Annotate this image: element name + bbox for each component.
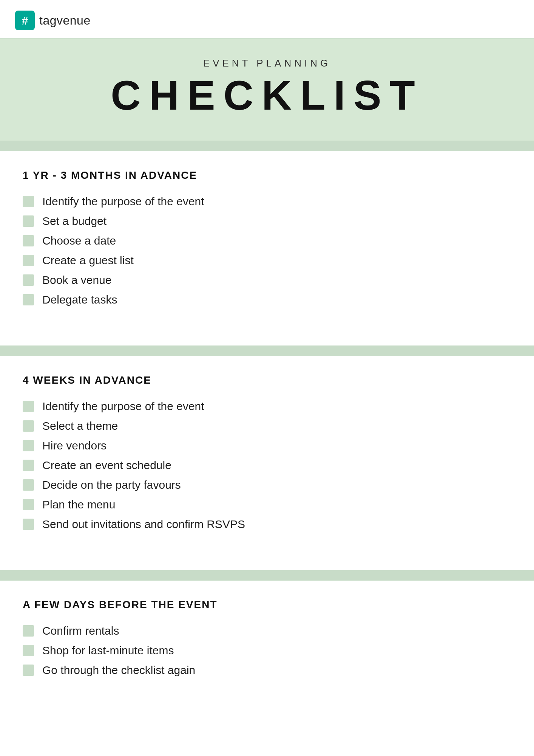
section-1yr-heading: 1 YR - 3 MONTHS IN ADVANCE (23, 169, 511, 181)
checkbox-icon[interactable] (23, 479, 34, 491)
list-item-label: Hire vendors (42, 439, 106, 452)
list-item: Send out invitations and confirm RSVPS (23, 518, 511, 531)
list-item-label: Go through the checklist again (42, 664, 195, 677)
section-1yr-block: 1 YR - 3 MONTHS IN ADVANCE Identify the … (0, 151, 534, 327)
section-1yr-list: Identify the purpose of the event Set a … (23, 195, 511, 306)
checkbox-icon[interactable] (23, 625, 34, 637)
list-item-label: Shop for last-minute items (42, 644, 174, 657)
section-divider-2 (0, 345, 534, 356)
list-item-label: Plan the menu (42, 498, 115, 511)
checkbox-icon[interactable] (23, 274, 34, 286)
list-item-label: Decide on the party favours (42, 479, 181, 491)
hero-section: EVENT PLANNING CHECKLIST (0, 39, 534, 141)
section-fewdays-block: A FEW DAYS BEFORE THE EVENT Confirm rent… (0, 581, 534, 698)
list-item: Identify the purpose of the event (23, 195, 511, 208)
section-gap-1 (0, 327, 534, 345)
section-4weeks-list: Identify the purpose of the event Select… (23, 400, 511, 531)
list-item-label: Send out invitations and confirm RSVPS (42, 518, 245, 531)
list-item: Identify the purpose of the event (23, 400, 511, 413)
checkbox-icon[interactable] (23, 294, 34, 305)
checkbox-icon[interactable] (23, 519, 34, 530)
list-item-label: Create a guest list (42, 254, 134, 267)
list-item-label: Identify the purpose of the event (42, 400, 204, 413)
list-item-label: Identify the purpose of the event (42, 195, 204, 208)
svg-text:#: # (22, 14, 28, 27)
list-item-label: Book a venue (42, 274, 111, 287)
list-item: Plan the menu (23, 498, 511, 511)
list-item-label: Choose a date (42, 234, 116, 247)
checkbox-icon[interactable] (23, 460, 34, 471)
section-fewdays-list: Confirm rentals Shop for last-minute ite… (23, 624, 511, 677)
list-item: Book a venue (23, 274, 511, 287)
checkbox-icon[interactable] (23, 401, 34, 412)
checkbox-icon[interactable] (23, 665, 34, 676)
section-fewdays-heading: A FEW DAYS BEFORE THE EVENT (23, 599, 511, 611)
hero-subtitle: EVENT PLANNING (15, 57, 519, 69)
section-4weeks-heading: 4 WEEKS IN ADVANCE (23, 374, 511, 386)
list-item: Create a guest list (23, 254, 511, 267)
checkbox-icon[interactable] (23, 645, 34, 656)
section-divider-1 (0, 141, 534, 151)
list-item: Choose a date (23, 234, 511, 247)
list-item: Decide on the party favours (23, 479, 511, 491)
tagvenue-logo-icon: # (15, 11, 35, 30)
section-4weeks-block: 4 WEEKS IN ADVANCE Identify the purpose … (0, 356, 534, 552)
checkbox-icon[interactable] (23, 420, 34, 432)
list-item-label: Delegate tasks (42, 293, 117, 306)
list-item-label: Select a theme (42, 420, 118, 432)
list-item-label: Confirm rentals (42, 624, 119, 637)
hero-title: CHECKLIST (15, 72, 519, 118)
checkbox-icon[interactable] (23, 215, 34, 227)
checkbox-icon[interactable] (23, 235, 34, 246)
checkbox-icon[interactable] (23, 196, 34, 207)
checkbox-icon[interactable] (23, 440, 34, 451)
section-gap-2 (0, 552, 534, 570)
checkbox-icon[interactable] (23, 499, 34, 510)
logo-text: tagvenue (39, 14, 91, 28)
list-item-label: Create an event schedule (42, 459, 171, 472)
list-item: Create an event schedule (23, 459, 511, 472)
footer-space (0, 698, 534, 720)
list-item: Hire vendors (23, 439, 511, 452)
list-item: Confirm rentals (23, 624, 511, 637)
checkbox-icon[interactable] (23, 255, 34, 266)
list-item: Delegate tasks (23, 293, 511, 306)
list-item: Set a budget (23, 215, 511, 228)
list-item-label: Set a budget (42, 215, 106, 228)
list-item: Go through the checklist again (23, 664, 511, 677)
section-divider-3 (0, 570, 534, 581)
list-item: Shop for last-minute items (23, 644, 511, 657)
logo-bar: # tagvenue (0, 0, 534, 39)
list-item: Select a theme (23, 420, 511, 432)
